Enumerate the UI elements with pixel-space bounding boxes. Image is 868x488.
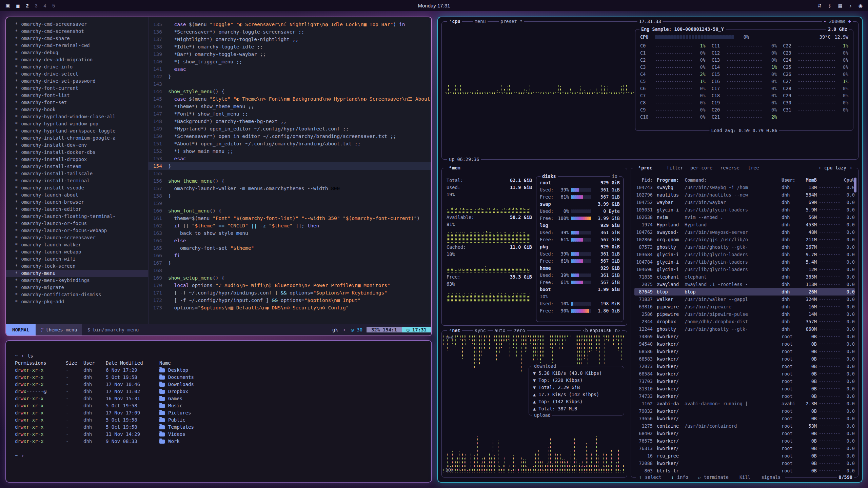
sidebar-file-item[interactable]: * omarchy-debug: [15, 49, 148, 56]
sidebar-file-item[interactable]: * omarchy-cmd-screenshot: [15, 28, 148, 35]
process-row[interactable]: 104752 waybar /usr/bin/waybar dhh 69M 0.…: [634, 199, 855, 206]
process-row[interactable]: 76313 kworker/ root 0B 0.0: [634, 445, 855, 452]
sync-button[interactable]: sync: [473, 327, 488, 334]
volume-icon[interactable]: ♪: [849, 3, 852, 8]
process-row[interactable]: 73656 kworker/ root 0B 0.0: [634, 415, 855, 422]
process-row[interactable]: 79032 kworker/ root 0B 0.0: [634, 407, 855, 415]
process-row[interactable]: 102638 nvim nvim --embed . dhh 56M 0.0: [634, 214, 855, 221]
process-scrollbar-thumb[interactable]: [854, 178, 856, 192]
sidebar-file-item[interactable]: * omarchy-cmd-share: [15, 35, 148, 42]
sidebar-file-item[interactable]: * omarchy-launch-browser: [15, 199, 148, 206]
process-row[interactable]: 72088 kworker/ root 0B 0.0: [634, 460, 855, 467]
sidebar-file-item[interactable]: * omarchy-install-terminal: [15, 177, 148, 184]
process-row[interactable]: 94540 kworker/ root 0B 0.0: [634, 340, 855, 348]
sidebar-file-item[interactable]: * omarchy-hook: [15, 106, 148, 113]
sidebar-file-item[interactable]: * omarchy-font-current: [15, 85, 148, 92]
network-icon[interactable]: ⇵: [817, 3, 822, 8]
sidebar-file-item[interactable]: * omarchy-cmd-screensaver: [15, 21, 148, 28]
sidebar-file-item[interactable]: * omarchy-install-vscode: [15, 184, 148, 191]
sidebar-file-item[interactable]: * omarchy-launch-or-focus-webapp: [15, 227, 148, 234]
filter-button[interactable]: filter: [665, 164, 685, 171]
code-editor[interactable]: 135 case $(menu "Toggle" "◐ Screensaver\…: [149, 17, 431, 324]
sidebar-file-item[interactable]: * omarchy-install-chromium-google-a: [15, 135, 148, 142]
select-button[interactable]: ↑select: [637, 474, 664, 481]
sidebar-file-item[interactable]: * omarchy-launch-webapp: [15, 248, 148, 256]
sidebar-file-item[interactable]: * omarchy-install-dev-env: [15, 142, 148, 149]
process-row[interactable]: 71835 elephant elephant dhh 385M 0.0: [634, 273, 855, 281]
preset-button[interactable]: preset *: [499, 18, 524, 25]
sidebar-file-item[interactable]: * omarchy-launch-editor: [15, 206, 148, 213]
kill-button[interactable]: Kill: [737, 474, 753, 481]
sidebar-file-item[interactable]: * omarchy-drive-set-password: [15, 78, 148, 85]
sidebar-file-item[interactable]: * omarchy-install-tailscale: [15, 170, 148, 177]
process-row[interactable]: 68586 kworker/ root 0B 0.0: [634, 348, 855, 355]
power-icon[interactable]: ◉: [859, 3, 863, 8]
sidebar-file-item[interactable]: * omarchy-install-docker-dbs: [15, 149, 148, 156]
process-row[interactable]: 68584 kworker/ root 0B 0.0: [634, 370, 855, 378]
sidebar-file-item[interactable]: * omarchy-drive-info: [15, 63, 148, 70]
process-row[interactable]: 74733 kworker/ root 0B 0.0: [634, 392, 855, 400]
sidebar-file-item[interactable]: * omarchy-launch-walker: [15, 241, 148, 248]
process-row[interactable]: 68583 kworker/ root 0B 0.0: [634, 355, 855, 363]
header-pid[interactable]: Pid:: [634, 177, 655, 184]
process-row[interactable]: 71837 walker /usr/bin/walker --gappl dhh…: [634, 296, 855, 303]
info-button[interactable]: ↓info: [670, 474, 691, 481]
process-row[interactable]: 12244 ghostty /usr/bin/ghostty --gtk- dh…: [634, 325, 855, 333]
process-row[interactable]: 2075 Xwayland Xwayland :1 -rootless - dh…: [634, 281, 855, 288]
sidebar-file-item[interactable]: * omarchy-menu: [6, 270, 148, 277]
sidebar-file-item[interactable]: * omarchy-menu-keybindings: [15, 277, 148, 284]
process-row[interactable]: 803 btrfs-tr root 0B 0.0: [634, 467, 855, 474]
display-icon[interactable]: ▦: [838, 3, 843, 8]
sidebar-file-item[interactable]: * omarchy-pkg-add: [15, 298, 148, 305]
process-row[interactable]: 2586 pipewire /usr/bin/pipewire-pulse dh…: [634, 310, 855, 318]
process-row[interactable]: 102866 org.gnom /usr/bin/gjs /usr/lib/o …: [634, 236, 855, 243]
per-core-button[interactable]: per-core: [689, 164, 714, 171]
workspace-icon-a[interactable]: ▣: [5, 3, 10, 8]
reverse-button[interactable]: reverse: [718, 164, 741, 171]
process-row[interactable]: 72073 kworker/ root 0B 0.0: [634, 363, 855, 370]
workspace-2[interactable]: 2: [26, 3, 29, 8]
process-row[interactable]: 16 rcu_pree root 0B 0.0: [634, 452, 855, 460]
next-interface-button[interactable]: n›: [613, 327, 622, 334]
process-row[interactable]: 103684 glycin-i /usr/lib/glycin-loaders …: [634, 251, 855, 258]
header-command[interactable]: Command:: [685, 177, 782, 184]
sidebar-file-item[interactable]: * omarchy-launch-or-focus: [15, 220, 148, 227]
sidebar-file-item[interactable]: * omarchy-install-dropbox: [15, 156, 148, 163]
sidebar-file-item[interactable]: * omarchy-notification-dismiss: [15, 291, 148, 298]
process-row[interactable]: 1162 avahi-da avahi-daemon: running [ av…: [634, 400, 855, 407]
sidebar-file-item[interactable]: * omarchy-lock-screen: [15, 263, 148, 270]
process-row[interactable]: 2344 dropbox /home/dhh/.dropbox-dist dhh…: [634, 318, 855, 325]
interval-increase-button[interactable]: +: [848, 19, 851, 24]
header-user[interactable]: User:: [782, 177, 801, 184]
header-program[interactable]: Program:: [655, 177, 685, 184]
interval-decrease-button[interactable]: -: [824, 19, 826, 24]
menu-button[interactable]: menu: [473, 18, 488, 25]
sidebar-file-item[interactable]: * omarchy-install-steam: [15, 163, 148, 170]
process-row[interactable]: 105031 glycin-i /usr/lib/glycin-loaders …: [634, 206, 855, 214]
process-row[interactable]: 104743 swaybg /usr/bin/swaybg -i /hom dh…: [634, 184, 855, 191]
process-row[interactable]: 81310 kworker/ root 0B 0.0: [634, 385, 855, 392]
prompt-line-2[interactable]: ~ ›: [15, 452, 422, 459]
sidebar-file-item[interactable]: * omarchy-font-set: [15, 99, 148, 106]
process-row[interactable]: 104784 glycin-i /usr/lib/glycin-loaders …: [634, 258, 855, 266]
process-row[interactable]: 87649 btop btop dhh 26M 0.0: [634, 288, 855, 296]
sidebar-file-item[interactable]: * omarchy-launch-wifi: [15, 256, 148, 263]
process-row[interactable]: 87573 ghostty /usr/bin/ghostty --gtk- dh…: [634, 243, 855, 251]
sidebar-file-item[interactable]: * omarchy-font-list: [15, 92, 148, 99]
sidebar-file-item[interactable]: * omarchy-launch-floating-terminal-: [15, 213, 148, 220]
header-mem[interactable]: MemB: [801, 177, 817, 184]
workspace-4[interactable]: 4: [43, 3, 46, 8]
sidebar-file-item[interactable]: * omarchy-migrate: [15, 284, 148, 291]
sidebar-file-item[interactable]: * omarchy-hyprland-window-pop: [15, 120, 148, 127]
sidebar-file-item[interactable]: * omarchy-drive-select: [15, 70, 148, 78]
header-cpu[interactable]: Cpu%: [843, 177, 855, 184]
process-row[interactable]: 68402 kworker/ root 0B 0.0: [634, 430, 855, 437]
workspace-3[interactable]: 3: [35, 3, 38, 8]
sort-prev-button[interactable]: ‹: [817, 164, 823, 171]
process-row[interactable]: 1974 Hyprland Hyprland dhh 453M 0.0: [634, 221, 855, 228]
process-row[interactable]: 63816 pipewire /usr/bin/pipewire dhh 16M…: [634, 303, 855, 310]
process-row[interactable]: 1275 containe /usr/bin/containerd root 5…: [634, 422, 855, 430]
workspace-5[interactable]: 5: [52, 3, 55, 8]
process-row[interactable]: 76575 kworker/ root 0B 0.0: [634, 437, 855, 445]
workspace-icon-b[interactable]: ◼: [16, 3, 20, 8]
